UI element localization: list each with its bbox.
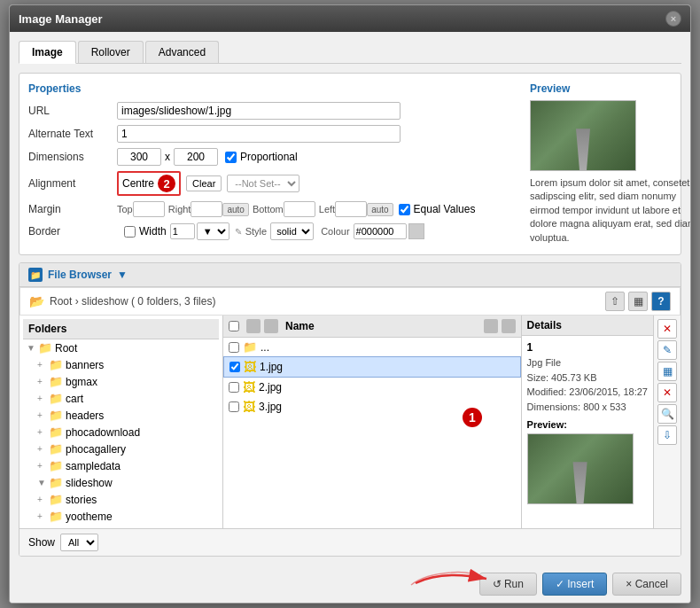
colour-input[interactable] [354,223,407,239]
upload-button[interactable]: ⇧ [605,292,625,311]
dialog-title: Image Manager [19,12,103,26]
tab-bar: Image Rollover Advanced [19,41,681,64]
folder-item-headers[interactable]: + 📁 headers [23,407,219,424]
image-manager-dialog: Image Manager × Image Rollover Advanced … [9,4,691,604]
folder-item-phocadownload[interactable]: + 📁 phocadownload [23,424,219,440]
folder-icon-headers: 📁 [49,409,63,422]
expand-cart[interactable]: + [37,394,46,403]
filebrowser-path: 📂 Root › slideshow ( 0 folders, 3 files)… [19,287,681,316]
file-icon-1jpg: 🖼 [244,360,256,374]
files-header: Name [223,316,521,338]
margin-left-input[interactable] [335,201,367,217]
folder-item-phocagallery[interactable]: + 📁 phocagallery [23,440,219,457]
expand-headers[interactable]: + [37,410,46,420]
alignment-value: Centre [122,177,154,190]
folder-item-banners[interactable]: + 📁 banners [23,356,219,373]
folder-item-cart[interactable]: + 📁 cart [23,390,219,407]
dim-width-input[interactable] [117,148,161,166]
expand-slideshow[interactable]: ▼ [37,478,46,487]
folder-icon-slideshow: 📁 [49,476,63,489]
rename-button[interactable]: ✎ [657,340,677,360]
search-button[interactable]: 🔍 [657,404,677,424]
close-button[interactable]: × [665,11,681,27]
view-icon[interactable] [264,319,278,333]
dimensions-label: Dimensions [28,151,117,163]
folder-item-sampledata[interactable]: + 📁 sampledata [23,457,219,474]
expand-stories[interactable]: + [37,495,46,504]
folder-item-yootheme[interactable]: + 📁 yootheme [23,508,219,525]
files-label: Name [285,320,315,332]
border-width-checkbox[interactable] [124,226,136,238]
details-header: Details [522,316,653,336]
insert-button[interactable]: ✓ Insert [542,573,607,596]
expand-sampledata[interactable]: + [37,461,46,471]
clear-button[interactable]: Clear [186,175,222,191]
margin-auto2-button[interactable]: auto [367,203,393,216]
margin-bottom-input[interactable] [284,201,315,217]
folder-icon-root: 📁 [38,341,52,355]
folders-header: Folders [23,319,219,339]
expand-yootheme[interactable]: + [37,511,46,521]
margin-right-input[interactable] [191,201,222,217]
expand-root[interactable]: ▼ [27,343,35,353]
border-width-select[interactable]: ▼ [197,222,229,240]
equal-values-checkbox[interactable] [399,204,410,215]
alignment-label: Alignment [28,177,117,190]
show-select[interactable]: All [60,534,98,551]
border-width-input[interactable] [170,223,195,239]
files-select-all[interactable] [229,321,239,331]
delete2-button[interactable]: ✕ [657,383,677,402]
download-button[interactable]: ⇩ [657,425,677,445]
folder-item-stories[interactable]: + 📁 stories [23,491,219,508]
dialog-footer: ↺ Run ✓ Insert × Cancel [10,565,690,603]
file-checkbox-1jpg[interactable] [229,362,240,372]
tab-image[interactable]: Image [19,41,76,64]
expand-phocagallery[interactable]: + [37,444,46,454]
margin-label: Margin [28,203,117,215]
expand-phocadownload[interactable]: + [37,427,46,437]
expand-banners[interactable]: + [37,360,46,370]
file-item-1jpg[interactable]: 🖼 1.jpg [223,356,521,378]
folder-item-root[interactable]: ▼ 📁 Root [23,339,219,356]
cancel-button[interactable]: × Cancel [612,573,681,596]
file-name-parent: ... [261,341,269,354]
expand-bgmax[interactable]: + [37,377,46,386]
sort-icon[interactable] [246,319,261,333]
file-checkbox-2jpg[interactable] [229,382,239,393]
margin-top-input[interactable] [133,201,165,217]
tab-rollover[interactable]: Rollover [78,41,144,63]
alignment-highlight: Centre 2 [117,171,181,196]
folder-icon-banners: 📁 [49,358,63,371]
files-icon1[interactable] [484,319,498,333]
details-modified: Modified: 23/06/2015, 18:27 [527,385,648,400]
files-header-icons [246,319,278,333]
grid-view-button[interactable]: ▦ [628,292,648,311]
dim-separator: x [165,151,170,163]
color-swatch[interactable] [408,223,424,239]
folder-label-banners: banners [66,359,104,371]
alt-input[interactable] [117,125,401,143]
margin-left-label: Left [319,204,335,214]
folder-item-bgmax[interactable]: + 📁 bgmax [23,373,219,390]
margin-auto1-button[interactable]: auto [222,203,248,216]
folder-label-cart: cart [66,393,83,405]
folders-panel: Folders ▼ 📁 Root + 📁 banners [19,316,223,528]
copy-button[interactable]: ▦ [657,362,677,381]
tab-advanced[interactable]: Advanced [145,41,219,63]
border-style-select[interactable]: solid [270,222,314,240]
file-item-2jpg[interactable]: 🖼 2.jpg [223,378,521,397]
file-checkbox-parent[interactable] [229,342,239,353]
file-item-parent[interactable]: 📁 ... [223,338,521,356]
details-preview-image [527,433,634,504]
main-columns: Folders ▼ 📁 Root + 📁 banners [19,316,681,528]
show-label: Show [28,536,55,549]
help-button[interactable]: ? [651,292,671,311]
proportional-checkbox[interactable] [225,152,237,163]
notset-select[interactable]: --Not Set-- [227,175,299,192]
files-icon2[interactable] [502,319,516,333]
url-input[interactable] [117,102,401,120]
dim-height-input[interactable] [174,148,218,166]
file-checkbox-3jpg[interactable] [229,401,239,412]
delete-button[interactable]: ✕ [657,319,677,339]
folder-item-slideshow[interactable]: ▼ 📁 slideshow [23,474,219,491]
